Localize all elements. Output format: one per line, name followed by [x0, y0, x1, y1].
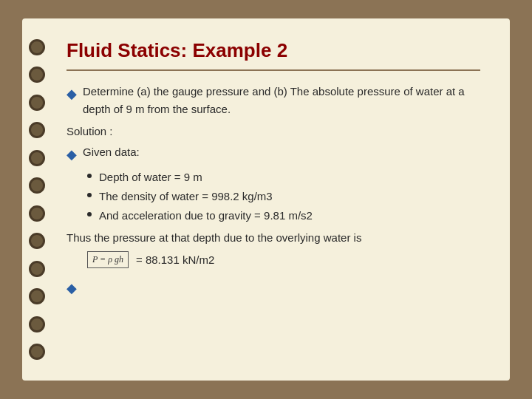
spiral-ring [29, 177, 45, 194]
formula-value: = 88.131 kN/m2 [136, 251, 214, 269]
sub-bullets-list: Depth of water = 9 m The density of wate… [87, 168, 480, 225]
spiral-ring [29, 316, 45, 332]
solution-line: Solution : [66, 123, 480, 140]
formula-box: P = ρ gh [87, 251, 129, 268]
dot-icon-3 [87, 212, 92, 216]
sub-bullet-1-text: Depth of water = 9 m [99, 168, 202, 186]
diamond-icon-1: ◆ [66, 83, 77, 105]
bottom-diamond: ◆ [66, 278, 480, 299]
dot-icon-1 [87, 174, 92, 178]
spiral-ring [29, 95, 45, 111]
bullet-1: ◆ Determine (a) the gauge pressure and (… [66, 83, 480, 118]
sub-bullet-1: Depth of water = 9 m [87, 168, 480, 186]
sub-bullet-2: The density of water = 998.2 kg/m3 [87, 188, 480, 205]
bullet-1-text: Determine (a) the gauge pressure and (b)… [83, 83, 480, 118]
dot-icon-2 [87, 193, 92, 197]
slide-content: ◆ Determine (a) the gauge pressure and (… [66, 83, 480, 299]
sub-bullet-3: And acceleration due to gravity = 9.81 m… [87, 207, 480, 225]
spiral-ring [29, 233, 45, 249]
spiral-ring [29, 39, 45, 55]
spiral-ring [29, 205, 45, 222]
title-divider [66, 69, 480, 71]
solution-label: Solution : [66, 125, 113, 137]
sub-bullet-2-text: The density of water = 998.2 kg/m3 [99, 188, 273, 205]
spiral-binding [22, 18, 52, 381]
slide: Fluid Statics: Example 2 ◆ Determine (a)… [22, 18, 510, 381]
bullet-2: ◆ Given data: [66, 143, 480, 166]
thus-line: Thus the pressure at that depth due to t… [66, 229, 480, 247]
spiral-ring [29, 122, 45, 138]
sub-bullet-3-text: And acceleration due to gravity = 9.81 m… [99, 207, 313, 225]
diamond-icon-bottom: ◆ [66, 281, 77, 296]
spiral-ring [29, 150, 45, 166]
diamond-icon-2: ◆ [66, 144, 77, 166]
thus-text: Thus the pressure at that depth due to t… [66, 231, 361, 244]
spiral-ring [29, 344, 45, 360]
spiral-ring [29, 261, 45, 277]
formula-line: P = ρ gh = 88.131 kN/m2 [87, 251, 480, 269]
slide-title: Fluid Statics: Example 2 [66, 39, 480, 62]
spiral-ring [29, 66, 45, 83]
spiral-ring [29, 288, 45, 304]
bullet-2-text: Given data: [83, 143, 140, 161]
